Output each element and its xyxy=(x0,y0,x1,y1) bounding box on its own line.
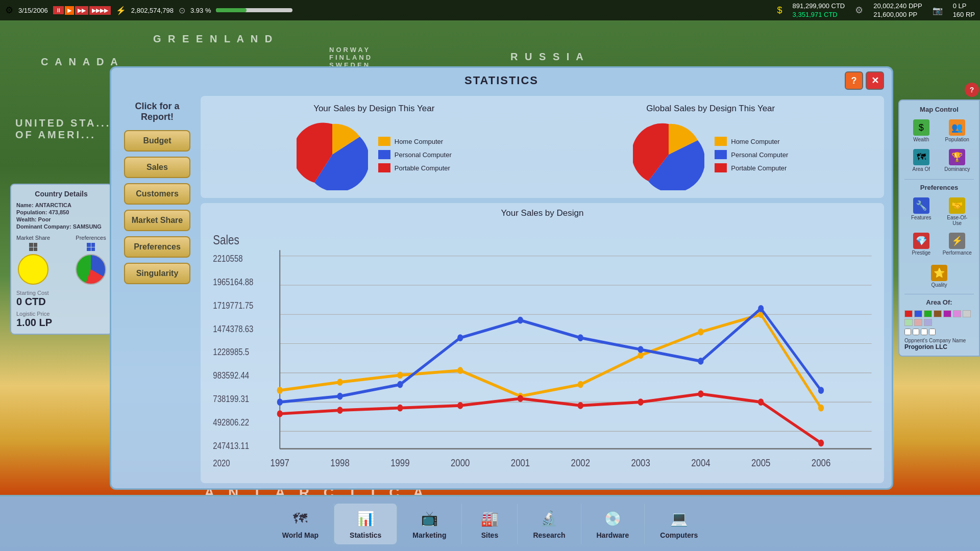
stats-close-button[interactable]: ✕ xyxy=(866,71,884,90)
nav-research[interactable]: 🔬 Research xyxy=(518,504,581,544)
stats-title: STATISTICS xyxy=(464,74,538,87)
your-sales-pie-section: Your Sales by Design This Year xyxy=(211,104,537,190)
global-legend-home: Home Computer xyxy=(715,137,788,146)
svg-point-39 xyxy=(818,405,824,412)
map-help-button[interactable]: ? xyxy=(965,83,979,97)
svg-text:1228985.5: 1228985.5 xyxy=(213,347,249,358)
nav-computers[interactable]: 💻 Computers xyxy=(645,504,713,544)
legend-personal-color xyxy=(378,150,390,159)
performance-btn[interactable]: ⚡ Performance xyxy=(941,231,974,258)
preferences-button[interactable]: Preferences xyxy=(124,236,190,258)
nav-hardware[interactable]: 💿 Hardware xyxy=(581,504,645,544)
legend-home: Home Computer xyxy=(378,137,452,146)
svg-point-49 xyxy=(818,387,824,394)
map-control-grid: $ Wealth 👥 Population 🗺 Area Of 🏆 Domina… xyxy=(904,117,974,174)
color-gray[interactable] xyxy=(963,310,971,317)
nav-sites[interactable]: 🏭 Sites xyxy=(462,504,518,544)
nav-world-map[interactable]: 🗺 World Map xyxy=(267,504,334,544)
your-sales-legend: Home Computer Personal Computer Portable… xyxy=(378,137,452,172)
svg-point-45 xyxy=(578,334,583,341)
svg-text:2000: 2000 xyxy=(451,457,470,468)
customers-button[interactable]: Customers xyxy=(124,183,190,205)
play-btn[interactable]: ▶ xyxy=(65,6,74,15)
color-purple[interactable] xyxy=(943,310,951,317)
legend-portable: Portable Computer xyxy=(378,163,452,172)
svg-point-41 xyxy=(337,393,342,400)
svg-point-44 xyxy=(518,317,523,324)
market-share-button[interactable]: Market Share xyxy=(124,210,190,231)
svg-text:2005: 2005 xyxy=(751,457,770,468)
svg-point-48 xyxy=(758,305,764,312)
area-checkboxes xyxy=(904,329,974,335)
pause-btn[interactable]: ⏸ xyxy=(53,6,64,14)
market-share-label: Market Share xyxy=(16,235,50,241)
global-sales-title: Global Sales by Design This Year xyxy=(646,104,775,114)
color-brown[interactable] xyxy=(934,310,942,317)
color-red[interactable] xyxy=(904,310,913,317)
stats-body: Click for a Report! Budget Sales Custome… xyxy=(111,93,892,488)
svg-point-42 xyxy=(397,381,403,388)
svg-text:1965164.88: 1965164.88 xyxy=(213,277,253,288)
svg-point-30 xyxy=(277,387,283,394)
nav-statistics[interactable]: 📊 Statistics xyxy=(334,504,397,544)
stats-header-buttons: ? ✕ xyxy=(845,71,884,90)
prestige-icon: 💎 xyxy=(913,233,929,249)
your-sales-title: Your Sales by Design This Year xyxy=(313,104,434,114)
features-btn[interactable]: 🔧 Features xyxy=(904,195,938,228)
sales-button[interactable]: Sales xyxy=(124,157,190,178)
ease-of-use-btn[interactable]: 🤝 Ease-Of-Use xyxy=(941,195,974,228)
quality-btn[interactable]: ⭐ Quality xyxy=(929,263,949,290)
ctd-display: 891,299,900 CTD xyxy=(793,2,845,10)
dominancy-btn[interactable]: 🏆 Dominancy xyxy=(941,147,974,174)
map-label-greenland: G R E E N L A N D xyxy=(153,33,274,45)
nav-marketing[interactable]: 📺 Marketing xyxy=(397,504,462,544)
fff-btn[interactable]: ▶▶▶▶ xyxy=(89,6,111,15)
area-of-btn[interactable]: 🗺 Area Of xyxy=(904,147,938,174)
color-blue[interactable] xyxy=(914,310,922,317)
ff-btn[interactable]: ▶▶ xyxy=(75,6,88,15)
legend-personal: Personal Computer xyxy=(378,150,452,159)
svg-point-35 xyxy=(578,381,583,388)
starting-cost-label: Starting Cost xyxy=(16,290,106,296)
world-map-icon: 🗺 xyxy=(288,509,312,529)
svg-text:2004: 2004 xyxy=(691,457,710,468)
statistics-icon: 📊 xyxy=(353,509,378,529)
svg-point-50 xyxy=(277,410,283,417)
prestige-btn[interactable]: 💎 Prestige xyxy=(904,231,938,258)
area-check-3[interactable] xyxy=(921,329,927,335)
budget-button[interactable]: Budget xyxy=(124,130,190,152)
stats-help-button[interactable]: ? xyxy=(845,71,863,90)
lp-display: 0 LP xyxy=(953,2,975,10)
area-of-label: Area Of xyxy=(913,166,930,172)
divider-2 xyxy=(904,294,974,294)
color-lightgreen[interactable] xyxy=(904,319,913,326)
svg-point-46 xyxy=(638,346,644,353)
research-icon: 🔬 xyxy=(537,509,561,529)
dominancy-icon: 🏆 xyxy=(949,149,965,165)
svg-point-54 xyxy=(518,395,523,402)
color-lightblue[interactable] xyxy=(924,319,932,326)
global-legend-home-label: Home Computer xyxy=(731,138,779,145)
color-pink[interactable] xyxy=(953,310,961,317)
svg-text:2210558: 2210558 xyxy=(213,254,242,264)
color-lightred[interactable] xyxy=(914,319,922,326)
country-details-panel: Country Details Name: ANTARCTICA Populat… xyxy=(10,184,112,335)
hardware-icon: 💿 xyxy=(600,509,625,529)
population-display: 2,802,574,798 xyxy=(131,7,174,14)
area-check-4[interactable] xyxy=(929,329,936,335)
svg-text:2020: 2020 xyxy=(213,458,230,469)
singularity-button[interactable]: Singularity xyxy=(124,263,190,284)
map-label-norway: NORWAYFINLANDSWEDEN xyxy=(329,46,373,69)
svg-point-40 xyxy=(277,398,283,406)
map-control-title: Map Control xyxy=(904,106,974,113)
quality-label: Quality xyxy=(931,282,947,288)
area-check-1[interactable] xyxy=(904,329,911,335)
speed-controls[interactable]: ⏸ ▶ ▶▶ ▶▶▶▶ xyxy=(53,6,111,15)
dominancy-label: Dominancy xyxy=(944,166,970,172)
color-green[interactable] xyxy=(924,310,932,317)
population-btn[interactable]: 👥 Population xyxy=(941,117,974,144)
area-check-2[interactable] xyxy=(913,329,919,335)
wealth-btn[interactable]: $ Wealth xyxy=(904,117,938,144)
research-nav-label: Research xyxy=(533,531,565,539)
performance-icon: ⚡ xyxy=(949,233,965,249)
